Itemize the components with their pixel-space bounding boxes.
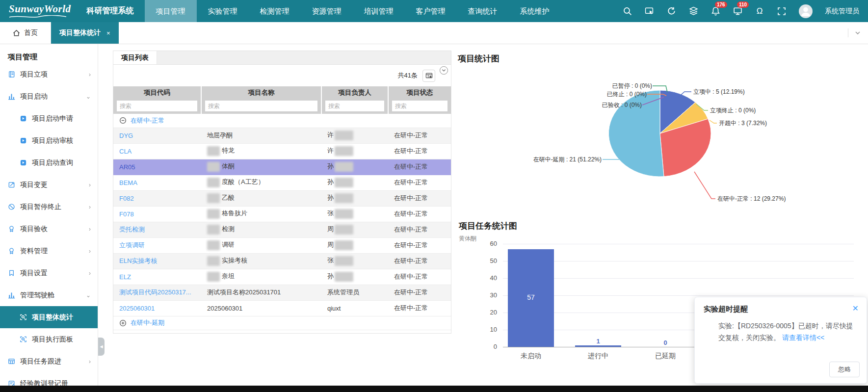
table-row[interactable]: F082乙酸孙在研中-正常 (113, 190, 451, 206)
panel-tab-project-list[interactable]: 项目列表 (113, 51, 157, 64)
group-expand-toggle[interactable]: 在研中-延期 (113, 318, 451, 327)
column-filter-input[interactable] (325, 101, 384, 111)
monitor-badge: 110 (737, 1, 749, 8)
nav-menu-item[interactable]: 系统维护 (509, 0, 561, 22)
column-header[interactable]: 项目名称 (201, 86, 321, 99)
table-row[interactable]: AR05体酮孙在研中-正常 (113, 159, 451, 175)
bar[interactable] (575, 345, 621, 347)
current-user[interactable]: 系统管理员 (825, 7, 859, 16)
bell-icon[interactable]: 176 (710, 6, 720, 16)
monitor-icon[interactable]: 110 (733, 6, 742, 16)
tab-home[interactable]: 首页 (0, 22, 51, 44)
table-row[interactable]: ELN实操考核实操考核张在研中-正常 (113, 253, 451, 269)
sidebar-item[interactable]: 资料管理› (0, 240, 98, 262)
search-icon[interactable] (622, 6, 632, 16)
project-code-link[interactable]: ELN实操考核 (119, 257, 157, 264)
chevron-down-icon: ⌄ (86, 93, 91, 100)
sidebar-item[interactable]: 项目整体统计 (0, 306, 98, 328)
nav-menu-item[interactable]: 资源管理 (301, 0, 353, 22)
sidebar-collapse-handle[interactable]: ◀ (98, 338, 105, 356)
column-header[interactable]: 项目状态 (388, 86, 451, 99)
column-filter-input[interactable] (205, 101, 317, 111)
nav-menu-item[interactable]: 实验管理 (197, 0, 249, 22)
popup-detail-link[interactable]: 请查看详情<< (782, 334, 824, 341)
nav-menu-item[interactable]: 查询统计 (457, 0, 509, 22)
nav-menu-item[interactable]: 客户管理 (405, 0, 457, 22)
nav-menu-item[interactable]: 检测管理 (249, 0, 301, 22)
project-owner-cell: 周 (321, 222, 388, 237)
column-header[interactable]: 项目代码 (113, 86, 201, 99)
sidebar-item[interactable]: 项目启动⌄ (0, 85, 98, 107)
table-icon (8, 358, 15, 365)
gridline (503, 261, 854, 261)
sidebar-item[interactable]: 项目暂停终止› (0, 196, 98, 218)
table-row[interactable]: 立项调研调研周在研中-正常 (113, 237, 451, 253)
chevron-right-icon: › (89, 225, 91, 233)
quick-nav-icon[interactable] (644, 6, 654, 16)
panel-collapse-button[interactable] (440, 66, 448, 75)
chevron-right-icon: › (89, 71, 91, 78)
column-header[interactable]: 项目负责人 (321, 86, 388, 99)
table-row[interactable]: F078格鲁肽片张在研中-正常 (113, 206, 451, 222)
panel-toolbar: 共41条 (113, 65, 451, 86)
table-row[interactable]: 测试项目代码20250317...测试项目名称2025031701系统管理员在研… (113, 285, 451, 300)
avatar[interactable] (799, 4, 813, 18)
redaction-block (207, 146, 220, 156)
table-row[interactable]: BEMA度酸（A工艺）孙在研中-正常 (113, 175, 451, 190)
omega-icon[interactable]: Ω (755, 6, 764, 16)
redaction-block (335, 162, 353, 172)
sidebar-item[interactable]: 项目任务跟进› (0, 350, 98, 372)
project-code-link[interactable]: CLA (119, 148, 132, 155)
project-code-link[interactable]: DYG (119, 132, 133, 139)
table-row[interactable]: DYG地屈孕酮许在研中-正常 (113, 128, 451, 143)
y-axis-tick: 20 (454, 309, 497, 316)
sidebar-item[interactable]: 项目变更› (0, 174, 98, 196)
table-row[interactable]: CLA特龙许在研中-正常 (113, 143, 451, 159)
nav-menu-item[interactable]: 培训管理 (353, 0, 405, 22)
redaction-block (207, 225, 220, 235)
tab-close-icon[interactable]: × (106, 29, 110, 37)
project-code-link[interactable]: F082 (119, 195, 134, 202)
sidebar-item[interactable]: 项目立项› (0, 63, 98, 85)
project-code-link[interactable]: AR05 (119, 163, 135, 171)
project-code-link[interactable]: 测试项目代码20250317... (119, 288, 191, 296)
chart-icon (8, 93, 15, 100)
refresh-icon[interactable] (666, 6, 676, 16)
project-code-link[interactable]: BEMA (119, 179, 137, 186)
ignore-button[interactable]: 忽略 (829, 362, 860, 377)
sidebar-item[interactable]: 管理驾驶舱⌄ (0, 284, 98, 306)
table-row[interactable]: 受托检测检测周在研中-正常 (113, 222, 451, 237)
project-code-link[interactable]: 受托检测 (119, 226, 145, 233)
table-row[interactable]: ELZ奈坦孙在研中-正常 (113, 269, 451, 285)
redaction-block (335, 225, 353, 235)
sidebar-item[interactable]: 项目启动申请 (0, 107, 98, 130)
project-code-link[interactable]: 2025060301 (119, 305, 155, 312)
pie-slice-label: 开题中 : 3 (7.32%) (719, 119, 767, 128)
y-axis-tick: 50 (454, 257, 497, 264)
table-row[interactable]: 20250603012025060301qiuxt在研中-正常 (113, 300, 451, 316)
sidebar-item[interactable]: 项目设置› (0, 262, 98, 284)
nav-menu-item[interactable]: 项目管理 (145, 0, 197, 22)
tab-active[interactable]: 项目整体统计 × (51, 22, 119, 44)
column-filter-input[interactable] (117, 101, 197, 111)
project-code-link[interactable]: F078 (119, 210, 134, 218)
sidebar-item[interactable]: 项目启动查询 (0, 152, 98, 174)
column-filter-input[interactable] (392, 101, 447, 111)
fullscreen-icon[interactable] (777, 6, 787, 16)
table-settings-button[interactable] (422, 70, 435, 82)
sidebar-menu: 项目立项›项目启动⌄项目启动申请项目启动审核项目启动查询项目变更›项目暂停终止›… (0, 63, 98, 392)
sidebar-item[interactable]: 项目启动审核 (0, 130, 98, 152)
sidebar-item[interactable]: 项目验收› (0, 218, 98, 240)
project-status-cell: 在研中-正常 (388, 269, 451, 285)
tabbar-divider (848, 28, 848, 37)
project-code-link[interactable]: 立项调研 (119, 241, 145, 249)
project-name-cell: 2025060301 (201, 300, 321, 316)
layers-icon[interactable] (688, 6, 698, 16)
sidebar-item[interactable]: 项目执行面板 (0, 328, 98, 350)
project-status-cell: 在研中-正常 (388, 237, 451, 253)
redaction-block (335, 256, 353, 266)
group-collapse-toggle[interactable]: 在研中-正常 (113, 116, 451, 125)
tab-list-chevron-icon[interactable] (854, 29, 861, 36)
project-code-link[interactable]: ELZ (119, 273, 131, 281)
popup-close-icon[interactable]: ✕ (852, 305, 859, 313)
